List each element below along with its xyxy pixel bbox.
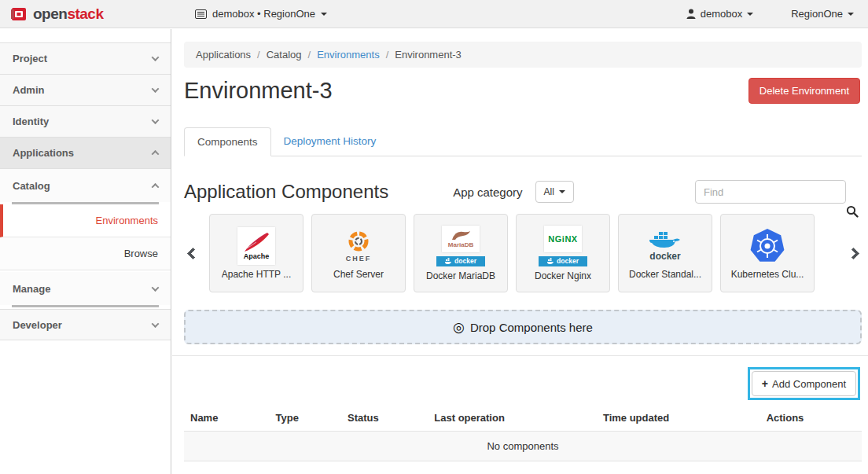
nginx-logo-icon: NGiNX — [544, 226, 582, 252]
sidebar-item-project[interactable]: Project — [0, 43, 171, 75]
app-cards: Apache Apache HTTP ... CHEF Chef Server — [209, 214, 815, 292]
chevron-down-icon — [152, 116, 160, 124]
user-menu[interactable]: demobox — [686, 8, 753, 20]
region-menu[interactable]: RegionOne — [791, 8, 854, 20]
sidebar-item-environments[interactable]: Environments — [0, 204, 171, 237]
app-card-docker-standalone[interactable]: docker Docker Standal... — [618, 214, 712, 292]
app-card-label: Chef Server — [333, 269, 384, 280]
empty-state-text: No components — [184, 432, 862, 461]
drop-components-zone[interactable]: ◎ Drop Components here — [184, 310, 862, 344]
focus-highlight: + Add Component — [748, 367, 860, 400]
breadcrumb-environments-link[interactable]: Environments — [317, 49, 379, 61]
chevron-up-icon — [152, 182, 160, 190]
chevron-left-icon — [186, 247, 199, 259]
dropzone-label: Drop Components here — [470, 321, 593, 334]
mariadb-logo-text: MariaDB — [448, 241, 473, 248]
breadcrumb: Applications / Catalog / Environments / … — [184, 42, 862, 68]
app-card-kubernetes[interactable]: Kubernetes Clu... — [720, 214, 815, 292]
docker-logo-text: docker — [649, 251, 680, 262]
column-header-type[interactable]: Type — [270, 405, 341, 432]
openstack-logo[interactable]: openstack — [0, 6, 171, 23]
title-row: Environment-3 Delete Environment — [184, 78, 860, 104]
top-bar: openstack demobox • RegionOne demobox Re… — [0, 0, 868, 28]
caret-down-icon — [321, 13, 327, 16]
tab-bar: Components Deployment History — [184, 127, 862, 156]
sidebar-label-catalog: Catalog — [13, 180, 50, 192]
search-input[interactable] — [695, 180, 846, 204]
empty-state-row: No components — [184, 432, 862, 461]
app-card-label: Docker MariaDB — [426, 270, 495, 281]
column-header-status[interactable]: Status — [341, 405, 428, 432]
docker-whale-icon — [445, 258, 452, 264]
docker-badge: docker — [539, 256, 587, 266]
sidebar-label-project: Project — [13, 53, 47, 64]
tab-components[interactable]: Components — [184, 127, 271, 156]
breadcrumb-applications: Applications — [196, 49, 251, 61]
project-list-icon — [195, 9, 207, 19]
user-icon — [686, 9, 696, 19]
app-card-chef[interactable]: CHEF Chef Server — [311, 214, 406, 292]
tab-deployment-history[interactable]: Deployment History — [271, 127, 389, 156]
add-component-button[interactable]: + Add Component — [752, 371, 856, 396]
mariadb-logo-icon: MariaDB — [442, 226, 480, 252]
catalog-links: Environments Browse — [0, 204, 171, 270]
docker-badge-text: docker — [557, 257, 579, 265]
app-card-apache[interactable]: Apache Apache HTTP ... — [209, 214, 303, 292]
apache-logo-text: Apache — [244, 252, 270, 260]
kubernetes-logo-icon — [748, 227, 786, 265]
column-header-name[interactable]: Name — [184, 405, 270, 432]
app-card-label: Docker Standal... — [629, 269, 701, 280]
column-header-last-operation[interactable]: Last operation — [428, 405, 597, 432]
delete-environment-button[interactable]: Delete Environment — [748, 78, 860, 104]
find-wrapper — [695, 180, 846, 204]
chevron-down-icon — [152, 85, 160, 93]
sidebar-item-manage[interactable]: Manage — [0, 272, 171, 305]
sidebar-item-identity[interactable]: Identity — [0, 106, 171, 138]
breadcrumb-separator: / — [257, 49, 260, 61]
sidebar-item-applications[interactable]: Applications — [0, 138, 171, 169]
main-content: Applications / Catalog / Environments / … — [172, 29, 868, 474]
apache-logo-icon: Apache — [237, 227, 275, 265]
sidebar-item-catalog[interactable]: Catalog — [0, 169, 171, 202]
caret-down-icon — [747, 13, 753, 16]
sidebar-label-manage: Manage — [13, 283, 50, 295]
user-label: demobox — [701, 8, 742, 20]
breadcrumb-separator: / — [386, 49, 389, 61]
sidebar-item-admin[interactable]: Admin — [0, 75, 171, 106]
manage-underline — [12, 305, 159, 307]
page-title: Environment-3 — [184, 78, 333, 104]
section-divider — [172, 355, 868, 356]
components-header-row: Application Components App category All — [184, 180, 862, 204]
chevron-down-icon — [152, 284, 160, 292]
column-header-time-updated[interactable]: Time updated — [597, 405, 760, 432]
breadcrumb-catalog: Catalog — [267, 49, 302, 61]
breadcrumb-current: Environment-3 — [395, 49, 462, 61]
nginx-logo-text: NGiNX — [548, 234, 577, 244]
caret-down-icon — [848, 13, 854, 16]
app-card-docker-mariadb[interactable]: MariaDB docker Docker MariaDB — [414, 214, 508, 292]
docker-badge-text: docker — [454, 257, 476, 265]
components-heading: Application Components — [184, 181, 388, 203]
app-category-dropdown[interactable]: All — [535, 181, 574, 203]
context-label: demobox • RegionOne — [212, 8, 315, 20]
sidebar-label-applications: Applications — [13, 147, 74, 159]
sidebar-label-admin: Admin — [13, 84, 44, 96]
sidebar-label-identity: Identity — [13, 116, 49, 127]
sidebar-item-browse[interactable]: Browse — [0, 237, 171, 270]
components-table: Name Type Status Last operation Time upd… — [184, 405, 862, 461]
plus-icon: + — [762, 377, 768, 390]
sidebar-item-developer[interactable]: Developer — [0, 309, 171, 340]
search-icon[interactable] — [846, 205, 859, 218]
app-card-docker-nginx[interactable]: NGiNX docker Docker Nginx — [516, 214, 610, 292]
caret-down-icon — [559, 190, 565, 193]
carousel-prev-button[interactable] — [184, 249, 201, 258]
app-card-label: Apache HTTP ... — [222, 269, 291, 280]
docker-logo-icon: docker — [646, 227, 684, 265]
carousel-next-button[interactable] — [844, 249, 862, 258]
app-card-label: Docker Nginx — [535, 270, 591, 281]
chevron-up-icon — [152, 150, 160, 158]
docker-badge: docker — [436, 256, 485, 266]
project-region-switcher[interactable]: demobox • RegionOne — [195, 8, 327, 20]
chevron-down-icon — [152, 320, 160, 328]
app-category-value: All — [544, 186, 554, 197]
